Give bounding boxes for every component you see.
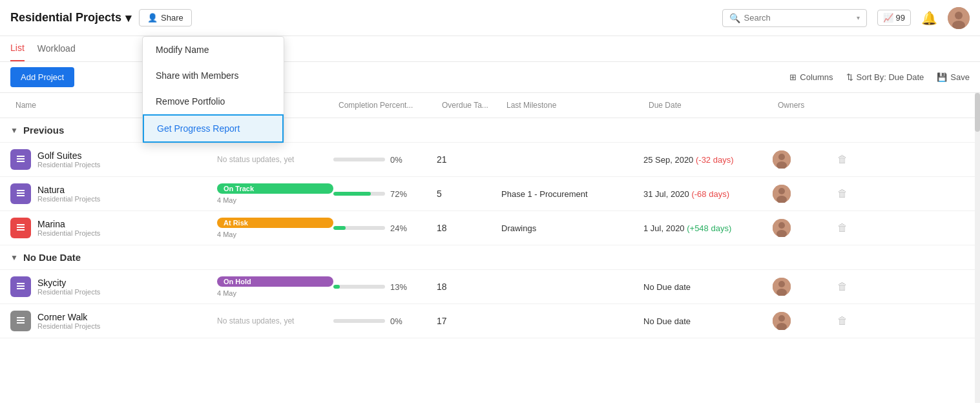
project-name-cell-skycity: Skycity Residential Projects (10, 276, 217, 297)
dropdown-item-share-members[interactable]: Share with Members (143, 63, 284, 88)
progress-pct-golf-suites: 0% (390, 155, 410, 165)
svg-point-7 (778, 154, 785, 160)
milestone-marina: Drawings (501, 223, 643, 233)
svg-rect-9 (17, 190, 25, 191)
owner-avatar-natura (773, 185, 791, 203)
project-name-natura[interactable]: Natura (37, 185, 100, 195)
search-box[interactable]: 🔍 ▾ (722, 9, 867, 27)
notifications-count[interactable]: 📈 99 (877, 10, 911, 26)
search-icon: 🔍 (729, 13, 740, 23)
col-owners: Owners (773, 98, 837, 112)
chevron-no-due-date[interactable]: ▼ (10, 253, 18, 262)
project-icon-natura (10, 183, 31, 204)
columns-icon: ⊞ (789, 72, 797, 82)
svg-rect-21 (17, 283, 25, 284)
status-date-marina: 4 May (217, 231, 333, 238)
tab-workload[interactable]: Workload (37, 36, 76, 61)
svg-point-19 (778, 222, 785, 229)
project-info-natura: Natura Residential Projects (37, 185, 100, 203)
scrollbar-thumb[interactable] (975, 93, 980, 132)
table-row: Skycity Residential Projects On Hold 4 M… (0, 270, 980, 304)
dropdown-item-get-progress[interactable]: Get Progress Report (143, 114, 284, 143)
add-project-button[interactable]: Add Project (10, 67, 74, 87)
save-label: Save (950, 72, 970, 82)
chevron-previous[interactable]: ▼ (10, 126, 18, 135)
due-date-corner-walk: No Due date (643, 316, 773, 326)
owner-corner-walk (773, 312, 837, 330)
title-dropdown-arrow[interactable]: ▾ (125, 11, 131, 25)
share-button[interactable]: 👤 Share (139, 9, 192, 26)
project-name-corner-walk[interactable]: Corner Walk (37, 312, 100, 322)
progress-cell-corner-walk: 0% (333, 316, 437, 326)
trash-icon[interactable]: 🗑 (837, 222, 848, 233)
delete-natura[interactable]: 🗑 (837, 188, 870, 200)
search-input[interactable] (744, 13, 853, 23)
status-cell-natura: On Track 4 May (217, 183, 333, 204)
project-name-golf-suites[interactable]: Golf Suites (37, 150, 100, 161)
svg-rect-23 (17, 288, 25, 289)
section-previous-label: Previous (23, 125, 64, 136)
section-no-due-date-label: No Due Date (23, 252, 81, 263)
svg-rect-16 (17, 227, 25, 228)
content-area: ▼ Previous Golf Suites Residential Proje… (0, 118, 980, 412)
save-action[interactable]: 💾 Save (937, 72, 970, 82)
dropdown-menu: Modify Name Share with Members Remove Po… (142, 36, 284, 143)
overdue-natura: 5 (437, 189, 501, 199)
trash-icon[interactable]: 🗑 (837, 188, 848, 199)
search-dropdown-arrow[interactable]: ▾ (857, 14, 860, 21)
project-sub-marina: Residential Projects (37, 229, 100, 237)
progress-pct-natura: 72% (390, 189, 410, 199)
page-title: Residential Projects ▾ (10, 11, 131, 25)
no-status-corner-walk: No status updates, yet (217, 316, 333, 325)
svg-rect-10 (17, 192, 25, 194)
project-name-cell-natura: Natura Residential Projects (10, 183, 217, 204)
project-sub-corner-walk: Residential Projects (37, 322, 100, 330)
sort-action[interactable]: ⇅ Sort By: Due Date (846, 72, 924, 82)
owner-avatar-golf-suites (773, 150, 791, 169)
svg-rect-27 (17, 317, 25, 318)
scrollbar-track (975, 93, 980, 403)
status-date-skycity: 4 May (217, 289, 333, 297)
svg-point-13 (778, 188, 785, 194)
delete-golf-suites[interactable]: 🗑 (837, 154, 870, 165)
tab-list[interactable]: List (10, 36, 25, 61)
svg-rect-17 (17, 229, 25, 231)
svg-rect-29 (17, 322, 25, 324)
dropdown-item-remove-portfolio[interactable]: Remove Portfolio (143, 88, 284, 114)
trash-icon[interactable]: 🗑 (837, 154, 848, 165)
table-row: Natura Residential Projects On Track 4 M… (0, 177, 980, 211)
due-date-marina: 1 Jul, 2020 (+548 days) (643, 223, 773, 233)
progress-cell-natura: 72% (333, 189, 437, 199)
dropdown-item-modify-name[interactable]: Modify Name (143, 37, 284, 63)
progress-cell-skycity: 13% (333, 282, 437, 292)
delete-skycity[interactable]: 🗑 (837, 281, 870, 293)
due-date-natura: 31 Jul, 2020 (-68 days) (643, 189, 773, 199)
progress-pct-skycity: 13% (390, 282, 410, 292)
user-avatar[interactable] (948, 7, 970, 29)
progress-bar-bg (333, 158, 385, 161)
project-name-cell-marina: Marina Residential Projects (10, 218, 217, 238)
project-name-cell-golf-suites: Golf Suites Residential Projects (10, 149, 217, 170)
progress-bar-fill (333, 285, 340, 289)
owner-golf-suites (773, 150, 837, 169)
progress-bar-bg (333, 285, 385, 289)
project-sub-natura: Residential Projects (37, 195, 100, 203)
table-row: Marina Residential Projects At Risk 4 Ma… (0, 211, 980, 245)
bell-icon[interactable]: 🔔 (921, 10, 937, 26)
trash-icon[interactable]: 🗑 (837, 281, 848, 292)
col-milestone: Last Milestone (501, 98, 643, 112)
sort-label: Sort By: Due Date (857, 72, 924, 82)
columns-action[interactable]: ⊞ Columns (789, 72, 833, 82)
no-status-golf-suites: No status updates, yet (217, 155, 333, 164)
delete-corner-walk[interactable]: 🗑 (837, 315, 870, 327)
svg-rect-5 (17, 161, 25, 162)
progress-pct-corner-walk: 0% (390, 316, 410, 326)
svg-rect-11 (17, 195, 25, 196)
project-info-corner-walk: Corner Walk Residential Projects (37, 312, 100, 330)
delete-marina[interactable]: 🗑 (837, 222, 870, 234)
project-name-marina[interactable]: Marina (37, 219, 100, 229)
project-name-skycity[interactable]: Skycity (37, 278, 100, 288)
progress-cell-golf-suites: 0% (333, 155, 437, 165)
trash-icon[interactable]: 🗑 (837, 315, 848, 326)
status-badge-natura: On Track (217, 183, 333, 194)
